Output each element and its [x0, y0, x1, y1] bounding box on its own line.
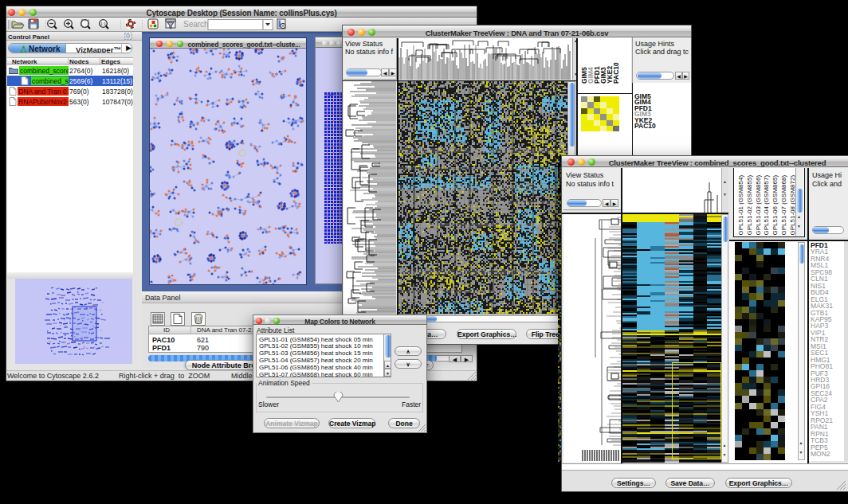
svg-text:Search:: Search: — [183, 20, 210, 29]
svg-text:1:1: 1:1 — [100, 21, 106, 26]
